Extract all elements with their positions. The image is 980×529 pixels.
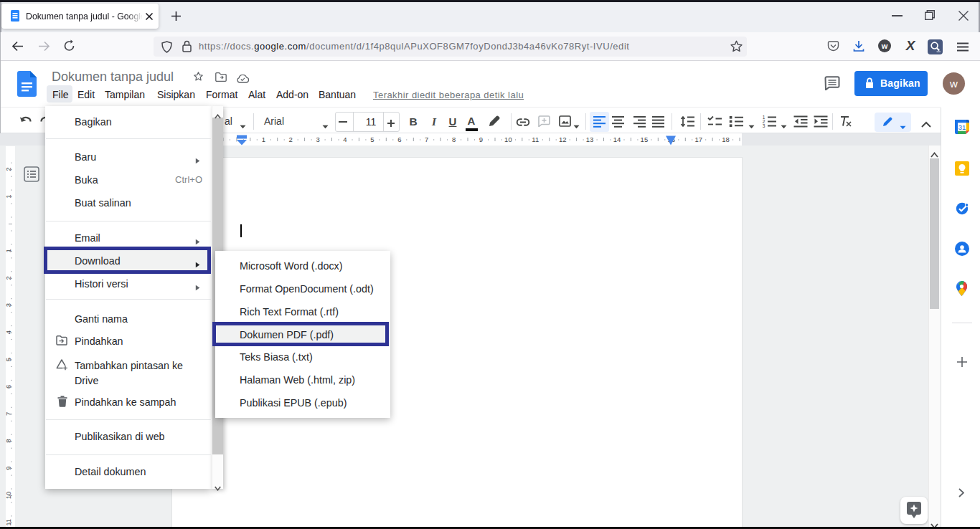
svg-text:3: 3 bbox=[316, 135, 319, 143]
svg-text:14: 14 bbox=[613, 135, 621, 143]
svg-text:13: 13 bbox=[586, 135, 594, 143]
svg-text:3: 3 bbox=[763, 123, 765, 128]
svg-text:w: w bbox=[881, 42, 888, 50]
svg-text:31: 31 bbox=[958, 123, 966, 131]
svg-text:2: 2 bbox=[6, 168, 12, 171]
svg-text:17: 17 bbox=[694, 135, 702, 143]
svg-text:1: 1 bbox=[262, 135, 265, 143]
svg-text:9: 9 bbox=[6, 466, 12, 470]
svg-text:18: 18 bbox=[722, 135, 730, 143]
svg-text:2: 2 bbox=[6, 276, 12, 280]
svg-text:12: 12 bbox=[559, 135, 567, 143]
svg-text:8: 8 bbox=[452, 135, 456, 143]
svg-text:6: 6 bbox=[397, 135, 401, 143]
svg-text:7: 7 bbox=[425, 135, 428, 143]
svg-text:15: 15 bbox=[641, 135, 649, 143]
svg-text:4: 4 bbox=[343, 135, 347, 143]
svg-text:9: 9 bbox=[479, 135, 483, 143]
svg-text:11: 11 bbox=[532, 135, 539, 143]
svg-text:2: 2 bbox=[289, 135, 293, 143]
svg-text:5: 5 bbox=[370, 135, 374, 143]
svg-text:10: 10 bbox=[504, 135, 512, 143]
